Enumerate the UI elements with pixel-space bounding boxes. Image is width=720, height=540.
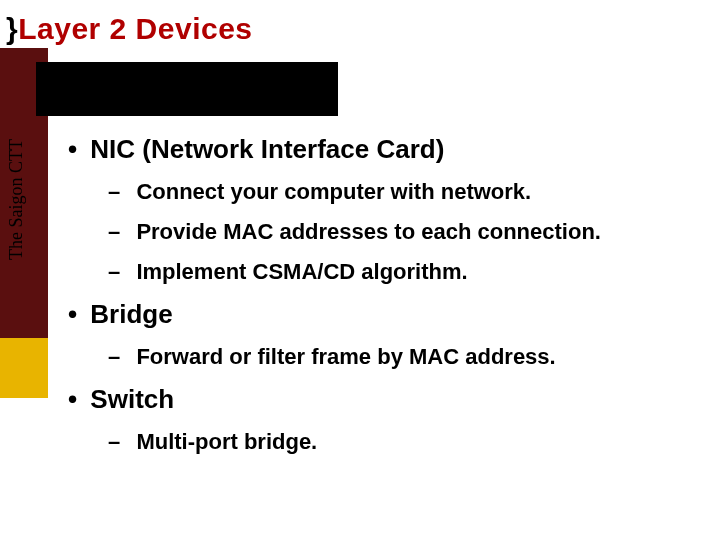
- content-area: • NIC (Network Interface Card) – Connect…: [58, 120, 708, 469]
- slide-title: }Layer 2 Devices: [6, 12, 253, 46]
- dash-icon: –: [108, 219, 120, 244]
- bullet-dot-icon: •: [68, 384, 77, 414]
- title-text: Layer 2 Devices: [18, 12, 252, 45]
- sub-bullet-text: Multi-port bridge.: [136, 429, 317, 454]
- bullet-switch: • Switch: [58, 384, 708, 415]
- bullet-label: Bridge: [90, 299, 172, 329]
- sub-bullet-text: Connect your computer with network.: [136, 179, 531, 204]
- sidebar-yellow-block: [0, 338, 48, 398]
- sub-bullet: – Multi-port bridge.: [58, 429, 708, 455]
- sub-bullet-text: Implement CSMA/CD algorithm.: [136, 259, 467, 284]
- sub-bullet: – Forward or filter frame by MAC address…: [58, 344, 708, 370]
- black-box-decoration: [36, 62, 338, 116]
- bullet-dot-icon: •: [68, 299, 77, 329]
- sub-bullet: – Connect your computer with network.: [58, 179, 708, 205]
- dash-icon: –: [108, 429, 120, 454]
- sidebar-white-block: [0, 398, 48, 540]
- bullet-label: Switch: [90, 384, 174, 414]
- bullet-dot-icon: •: [68, 134, 77, 164]
- bullet-nic: • NIC (Network Interface Card): [58, 134, 708, 165]
- sidebar-vertical-text: The Saigon CTT: [6, 139, 27, 260]
- sub-bullet: – Provide MAC addresses to each connecti…: [58, 219, 708, 245]
- dash-icon: –: [108, 259, 120, 284]
- bullet-bridge: • Bridge: [58, 299, 708, 330]
- dash-icon: –: [108, 344, 120, 369]
- dash-icon: –: [108, 179, 120, 204]
- sub-bullet-text: Forward or filter frame by MAC address.: [136, 344, 555, 369]
- bullet-label: NIC (Network Interface Card): [90, 134, 444, 164]
- brace-icon: }: [6, 12, 18, 45]
- sub-bullet-text: Provide MAC addresses to each connection…: [136, 219, 601, 244]
- sub-bullet: – Implement CSMA/CD algorithm.: [58, 259, 708, 285]
